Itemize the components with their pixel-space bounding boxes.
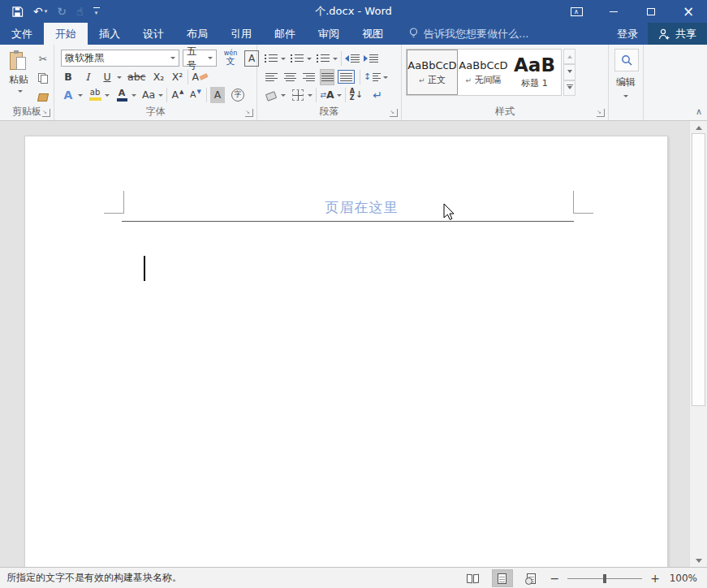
paragraph-group-label: 段落 [257,105,401,119]
minimize-button[interactable] [595,0,632,23]
distribute-button[interactable] [338,69,353,85]
copy-icon[interactable] [36,70,50,86]
tab-references[interactable]: 引用 [219,23,263,45]
style-heading-1[interactable]: AaB 标题 1 [509,50,560,95]
increase-indent-button[interactable] [364,50,378,67]
line-spacing-button[interactable]: ↕ [364,69,381,85]
sign-in-button[interactable]: 登录 [607,23,648,45]
text-effects-dropdown-icon[interactable] [78,94,83,99]
zoom-slider[interactable] [567,573,642,584]
read-mode-icon [467,574,479,583]
multilevel-list-button[interactable] [316,50,330,67]
sort-button[interactable]: A Z ↓ [349,87,364,103]
scroll-down-icon[interactable] [690,555,707,567]
web-layout-button[interactable] [521,569,542,587]
phonetic-guide-icon[interactable]: wén 文 [223,50,238,67]
change-case-button[interactable]: Aa [141,87,156,103]
multilevel-dropdown-icon[interactable] [333,58,338,63]
editing-dropdown-icon[interactable] [623,95,628,100]
shading-button[interactable] [264,87,278,103]
clear-formatting-button[interactable]: A [192,69,208,85]
strikethrough-button[interactable]: abc [127,69,145,85]
highlight-color-button[interactable]: ab [88,87,102,103]
asian-layout-dropdown-icon[interactable] [337,94,342,99]
show-hide-marks-button[interactable]: ↵ [370,87,385,103]
bullets-button[interactable] [264,50,278,67]
align-left-button[interactable] [264,69,278,85]
editing-group-label[interactable]: 编辑 [609,76,643,89]
tab-mailings[interactable]: 邮件 [263,23,307,45]
superscript-button[interactable]: X² [170,69,184,85]
grow-font-button[interactable]: A ▲ [170,87,185,103]
maximize-button[interactable] [632,0,670,23]
font-dialog-launcher-icon[interactable]: ↘ [245,109,253,117]
vertical-scrollbar[interactable] [689,121,707,567]
find-button[interactable] [614,49,639,71]
zoom-slider-thumb[interactable] [603,574,606,583]
character-shading-button[interactable]: A [210,87,225,103]
bold-button[interactable]: B [61,69,75,85]
decrease-indent-button[interactable] [345,50,360,67]
tab-home[interactable]: 开始 [44,23,88,45]
style-no-spacing[interactable]: AaBbCcD ↵ 无间隔 [458,50,509,95]
styles-scroll-down-icon[interactable] [563,64,576,80]
document-canvas[interactable]: 页眉在这里 [0,121,707,567]
font-name-combo[interactable]: 微软雅黑 [61,50,179,67]
paste-button[interactable]: 粘贴 [5,50,32,101]
paragraph-dialog-launcher-icon[interactable]: ↘ [390,109,398,117]
print-layout-button[interactable] [492,569,513,587]
bullets-dropdown-icon[interactable] [281,58,286,63]
italic-button[interactable]: I [80,69,95,85]
collapse-ribbon-icon[interactable]: ∧ [696,106,702,117]
tab-design[interactable]: 设计 [131,23,175,45]
borders-button[interactable] [291,87,305,103]
highlight-dropdown-icon[interactable] [105,94,110,99]
close-button[interactable]: × [670,0,707,23]
font-color-button[interactable]: A [114,87,129,103]
font-name-dropdown-icon [170,57,175,62]
zoom-level[interactable]: 100% [668,573,697,584]
underline-button[interactable]: U [100,69,114,85]
asian-layout-button[interactable]: ⇄ A [320,87,334,103]
text-effects-button[interactable]: A [61,87,75,103]
numbering-dropdown-icon[interactable] [307,58,312,63]
tell-me-box[interactable]: 告诉我您想要做什么... [409,23,528,45]
borders-dropdown-icon[interactable] [308,94,313,99]
align-right-button[interactable] [301,69,316,85]
subscript-button[interactable]: X₂ [151,69,166,85]
tab-insert[interactable]: 插入 [88,23,131,45]
shrink-font-button[interactable]: A ▼ [188,87,203,103]
tab-review[interactable]: 审阅 [307,23,351,45]
numbering-button[interactable] [290,50,304,67]
underline-dropdown-icon[interactable] [117,76,122,81]
ribbon-display-options-icon: ∧ [571,7,583,16]
page-header-text[interactable]: 页眉在这里 [122,198,574,217]
scrollbar-thumb[interactable] [692,133,705,406]
font-color-dropdown-icon[interactable] [131,94,136,99]
tab-file[interactable]: 文件 [0,23,44,45]
scroll-up-icon[interactable] [690,121,707,133]
styles-scroll-up-icon[interactable] [563,49,576,64]
paste-dropdown-icon[interactable] [18,90,23,95]
styles-more-icon[interactable] [563,80,576,96]
styles-dialog-launcher-icon[interactable]: ↘ [597,109,605,117]
enclose-characters-button[interactable]: 字 [231,87,245,103]
zoom-out-button[interactable]: − [550,572,560,585]
shading-dropdown-icon[interactable] [281,94,286,99]
justify-button[interactable] [320,69,334,85]
format-painter-icon[interactable] [36,89,50,106]
align-center-button[interactable] [282,69,297,85]
tab-view[interactable]: 视图 [351,23,394,45]
tab-layout[interactable]: 布局 [175,23,219,45]
change-case-dropdown-icon[interactable] [158,94,163,99]
clipboard-dialog-launcher-icon[interactable]: ↘ [42,109,50,117]
zoom-in-button[interactable]: + [650,572,660,585]
font-size-combo[interactable]: 五号 [183,50,217,67]
cut-icon[interactable]: ✂ [36,50,50,67]
status-right-controls: − + 100% [463,568,697,588]
read-mode-button[interactable] [463,569,484,587]
share-button[interactable]: 共享 [648,23,707,45]
style-normal[interactable]: AaBbCcD ↵ 正文 [407,50,458,95]
line-spacing-dropdown-icon[interactable] [383,76,388,81]
ribbon-display-options-button[interactable]: ∧ [558,0,595,23]
